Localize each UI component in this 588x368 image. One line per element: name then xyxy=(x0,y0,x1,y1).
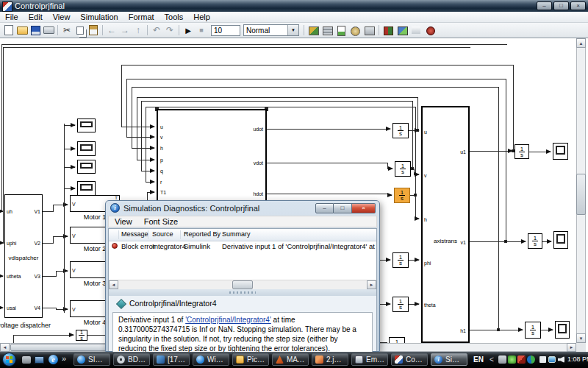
taskbar-button-pictures[interactable]: Pictures xyxy=(232,353,269,366)
tray-app-grid-icon[interactable] xyxy=(517,355,526,364)
taskbar-button-matlab[interactable]: MATL... xyxy=(272,353,309,366)
block-integrator-4-error[interactable]: 1s xyxy=(394,188,410,203)
save-button[interactable] xyxy=(29,24,42,36)
scope-block[interactable] xyxy=(553,231,568,249)
up-button[interactable]: ↑ xyxy=(132,24,145,36)
quicklaunch-switcher-icon[interactable] xyxy=(22,356,31,364)
tray-expand-chevron[interactable]: < xyxy=(490,355,494,364)
cut-button[interactable]: ✂ xyxy=(60,24,74,36)
block-integrator-8[interactable]: 1s xyxy=(76,330,87,341)
tray-volume-icon[interactable] xyxy=(558,356,564,363)
window-maximize-button[interactable]: □ xyxy=(553,1,569,10)
block-integrator-u1[interactable]: 1s xyxy=(514,144,529,159)
block-integrator-6[interactable]: 1s xyxy=(392,297,409,312)
taskbar-button-image[interactable]: 2.jpg - xyxy=(312,353,348,366)
scope-block[interactable] xyxy=(77,160,96,174)
sim-mode-select[interactable]: Normal ▼ xyxy=(243,24,299,36)
scroll-left-button[interactable]: ◄ xyxy=(0,343,10,352)
tray-battery-icon[interactable] xyxy=(539,356,546,363)
scope-block[interactable] xyxy=(77,181,96,196)
vertical-scroll-thumb[interactable] xyxy=(576,174,586,215)
scroll-up-button[interactable]: ▲ xyxy=(576,38,586,48)
taskbar-button-bdr[interactable]: BD-R... xyxy=(113,353,150,366)
block-integrator-v1[interactable]: 1s xyxy=(528,233,542,249)
block-dynamics[interactable]: u v h p q r T1 udot vdot hdot xyxy=(157,109,267,205)
menu-format[interactable]: Format xyxy=(123,13,159,21)
menu-file[interactable]: File xyxy=(0,13,24,21)
window-titlebar[interactable]: Controlprjfinal – □ × xyxy=(0,0,588,12)
update-diagram-button[interactable] xyxy=(363,25,376,36)
menu-tools[interactable]: Tools xyxy=(159,13,189,21)
print-button[interactable] xyxy=(42,24,55,36)
quicklaunch-ie-icon[interactable]: e xyxy=(49,355,58,364)
error-block-link[interactable]: 'Controlprjfinal/Integrator4' xyxy=(185,316,271,324)
block-integrator-5[interactable]: 1s xyxy=(392,252,409,268)
taskbar-button-embedded[interactable]: Embe... xyxy=(351,353,388,366)
block-integrator-2[interactable]: 1s xyxy=(395,161,411,177)
taskbar-button-controlprj[interactable]: Contr... xyxy=(391,353,428,366)
redo-button[interactable]: ↷ xyxy=(163,24,176,36)
table-row[interactable]: Block error Integrator4 Simulink Derivat… xyxy=(109,241,376,252)
block-voltage-dispatcher[interactable]: uh uphi utheta usai V1 V2 V3 V4 vdispatc… xyxy=(4,194,43,318)
scope-block[interactable] xyxy=(553,143,568,160)
tray-sync-icon[interactable] xyxy=(527,355,535,364)
dialog-close-button[interactable]: × xyxy=(352,203,376,213)
detail-message-box[interactable]: Derivative input 1 of 'Controlprjfinal/I… xyxy=(112,312,373,353)
tray-phone-icon[interactable] xyxy=(508,355,516,364)
scope-block[interactable] xyxy=(555,321,570,339)
back-button[interactable]: ← xyxy=(105,24,118,36)
forward-button[interactable]: → xyxy=(118,24,132,36)
taskbar-button-media[interactable]: [17/17... xyxy=(153,353,190,366)
taskbar-button-diagnostics[interactable]: iSimul... xyxy=(431,353,467,366)
dialog-titlebar[interactable]: i Simulation Diagnostics: Controlprjfina… xyxy=(106,201,379,215)
block-integrator-h1[interactable]: 1s xyxy=(525,322,541,339)
copy-button[interactable] xyxy=(74,24,87,36)
dialog-hscrollbar[interactable]: ◄ ► xyxy=(109,280,376,290)
scope-block[interactable] xyxy=(77,141,96,156)
model-explorer-button[interactable] xyxy=(396,25,409,36)
simulation-diagnostics-dialog[interactable]: i Simulation Diagnostics: Controlprjfina… xyxy=(105,200,380,352)
paste-button[interactable] xyxy=(87,24,100,36)
target-button[interactable] xyxy=(424,25,437,36)
tray-printer-icon[interactable] xyxy=(498,355,506,364)
column-summary[interactable]: Summary xyxy=(222,230,251,238)
column-message[interactable]: Message xyxy=(121,230,148,238)
scroll-right-button[interactable]: ► xyxy=(567,343,576,352)
block-integrator-1[interactable]: 1s xyxy=(392,123,409,138)
dialog-scroll-thumb[interactable] xyxy=(232,280,253,289)
taskbar-button-simu[interactable]: SIMU... xyxy=(74,353,110,366)
dialog-scroll-left-button[interactable]: ◄ xyxy=(109,280,118,289)
quicklaunch-overflow-chevron[interactable]: » xyxy=(62,354,66,363)
window-close-button[interactable]: × xyxy=(570,1,586,10)
new-model-button[interactable] xyxy=(2,24,15,36)
scroll-down-button[interactable]: ▼ xyxy=(576,333,586,343)
dialog-scroll-right-button[interactable]: ► xyxy=(367,280,376,289)
undo-button[interactable]: ↶ xyxy=(150,24,163,36)
stop-simulation-button[interactable]: ■ xyxy=(195,24,208,36)
menu-edit[interactable]: Edit xyxy=(24,13,48,21)
start-simulation-button[interactable]: ▶ xyxy=(182,24,195,36)
dialog-menu-view[interactable]: View xyxy=(109,217,138,226)
clock[interactable]: 1:08 PM xyxy=(567,355,588,363)
taskbar-button-wind[interactable]: Wind... xyxy=(193,353,229,366)
start-button[interactable] xyxy=(2,353,16,367)
dialog-menu-font-size[interactable]: Font Size xyxy=(138,217,184,226)
splitter-handle[interactable] xyxy=(109,289,376,296)
detail-block-path[interactable]: Controlprjfinal/Integrator4 xyxy=(129,299,216,308)
model-browser-button[interactable] xyxy=(307,25,320,36)
block-axistrans[interactable]: u v h phi theta u1 v1 h1 axistrans xyxy=(421,106,470,343)
workspace-button[interactable] xyxy=(410,25,423,36)
column-source[interactable]: Source xyxy=(152,230,173,238)
language-indicator[interactable]: EN xyxy=(473,355,484,364)
dialog-maximize-button[interactable]: □ xyxy=(334,203,352,213)
debug-button[interactable] xyxy=(335,25,348,36)
library-browser-button[interactable] xyxy=(321,25,334,36)
simulink-library-button[interactable] xyxy=(382,25,395,36)
menu-simulation[interactable]: Simulation xyxy=(75,13,123,21)
open-button[interactable] xyxy=(15,24,29,36)
tray-network-icon[interactable] xyxy=(548,356,556,363)
dialog-minimize-button[interactable]: – xyxy=(315,203,334,213)
quicklaunch-desktop-icon[interactable] xyxy=(35,356,44,364)
profiler-button[interactable] xyxy=(349,25,362,36)
sim-stop-time-input[interactable]: 10 xyxy=(211,25,240,36)
